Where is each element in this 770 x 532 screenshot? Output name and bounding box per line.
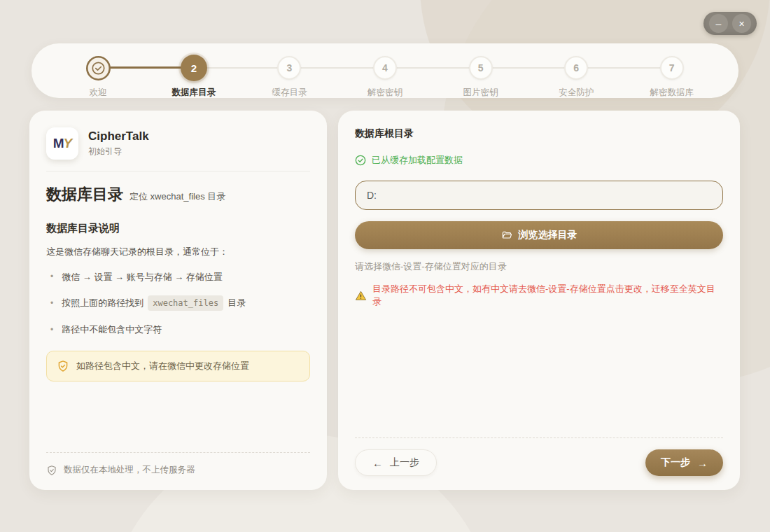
previous-button-label: 上一步 — [390, 456, 419, 469]
bullet-dot-icon: • — [50, 270, 53, 283]
check-circle-icon — [355, 155, 366, 166]
list-item-text: 按照上面的路径找到 — [62, 296, 144, 310]
warning-message: 目录路径不可包含中文，如有中文请去微信-设置-存储位置点击更改，迁移至全英文目录 — [355, 283, 723, 308]
status-message: 已从缓存加载配置数据 — [355, 154, 723, 167]
step-label: 欢迎 — [90, 87, 107, 99]
step-label: 解密数据库 — [650, 87, 694, 99]
step-number-badge: 4 — [373, 56, 397, 80]
previous-step-button[interactable]: ← 上一步 — [355, 449, 437, 476]
stepper-step-decrypt-key: 4 解密密钥 — [337, 53, 433, 99]
app-logo: MY — [46, 127, 78, 160]
bullet-dot-icon: • — [50, 323, 53, 336]
bullet-dot-icon: • — [50, 297, 53, 309]
stepper-step-welcome: 欢迎 — [50, 53, 146, 99]
section-title: 数据库目录说明 — [46, 222, 310, 235]
step-label: 图片密钥 — [463, 87, 498, 99]
app-header: MY CipherTalk 初始引导 — [46, 127, 310, 160]
browse-directory-button[interactable]: 浏览选择目录 — [355, 221, 723, 249]
logo-letter-y: Y — [64, 136, 72, 151]
next-button-label: 下一步 — [661, 456, 690, 469]
logo-letter-m: M — [53, 136, 64, 151]
step-number-badge: 7 — [660, 56, 684, 80]
warning-text: 目录路径不可包含中文，如有中文请去微信-设置-存储位置点击更改，迁移至全英文目录 — [372, 283, 723, 308]
note-callout: 如路径包含中文，请在微信中更改存储位置 — [46, 351, 310, 382]
browse-button-label: 浏览选择目录 — [519, 229, 578, 241]
divider — [46, 171, 310, 172]
list-item: • 微信 → 设置 → 账号与存储 → 存储位置 — [46, 270, 310, 284]
step-number-badge: 5 — [469, 56, 493, 80]
app-name: CipherTalk — [88, 130, 149, 144]
list-item: • 按照上面的路径找到 xwechat_files 目录 — [46, 295, 310, 311]
page-title-hint: 定位 xwechat_files 目录 — [130, 190, 225, 203]
list-item-text: 微信 → 设置 → 账号与存储 → 存储位置 — [62, 270, 223, 284]
minimize-icon: – — [716, 19, 722, 29]
folder-icon — [501, 230, 512, 241]
close-button[interactable]: × — [732, 14, 751, 33]
list-item: • 路径中不能包含中文字符 — [46, 323, 310, 337]
shield-check-icon — [57, 360, 69, 372]
step-label: 缓存目录 — [272, 87, 307, 99]
next-step-button[interactable]: 下一步 → — [645, 449, 723, 476]
step-number-badge: 6 — [564, 56, 588, 80]
stepper-step-decrypt-db: 7 解密数据库 — [624, 53, 720, 99]
instruction-list: • 微信 → 设置 → 账号与存储 → 存储位置 • 按照上面的路径找到 xwe… — [46, 270, 310, 337]
list-item-text: 路径中不能包含中文字符 — [62, 323, 162, 337]
form-panel: 数据库根目录 已从缓存加载配置数据 浏览选择目录 请选择微信-设置-存储位置对应… — [338, 111, 740, 490]
info-panel: MY CipherTalk 初始引导 数据库目录 定位 xwechat_file… — [29, 111, 327, 490]
step-label: 解密密钥 — [368, 87, 402, 99]
step-label: 数据库目录 — [172, 87, 216, 99]
wizard-stepper: 欢迎 2 数据库目录 3 缓存目录 4 解密密钥 5 图片密钥 6 安全防护 7… — [31, 43, 738, 98]
arrow-left-icon: ← — [372, 457, 383, 469]
step-label: 安全防护 — [559, 87, 594, 99]
privacy-footer: 数据仅在本地处理，不上传服务器 — [46, 452, 310, 476]
warning-triangle-icon — [355, 290, 367, 302]
wizard-nav-footer: ← 上一步 下一步 → — [355, 438, 723, 476]
step-number-badge: 2 — [181, 55, 207, 81]
app-subtitle: 初始引导 — [88, 146, 149, 158]
stepper-step-db-dir: 2 数据库目录 — [146, 53, 242, 99]
list-item-text: 目录 — [227, 296, 246, 310]
window-controls: – × — [704, 12, 757, 35]
status-text: 已从缓存加载配置数据 — [372, 154, 463, 167]
stepper-step-security: 6 安全防护 — [528, 53, 624, 99]
arrow-right-icon: → — [697, 457, 708, 469]
intro-text: 这是微信存储聊天记录的根目录，通常位于： — [46, 245, 310, 259]
step-number-badge: 3 — [277, 56, 301, 80]
stepper-step-cache-dir: 3 缓存目录 — [241, 53, 337, 99]
stepper-step-image-key: 5 图片密钥 — [433, 53, 528, 99]
privacy-text: 数据仅在本地处理，不上传服务器 — [64, 464, 195, 476]
form-title: 数据库根目录 — [355, 127, 723, 140]
directory-input[interactable] — [355, 181, 723, 210]
close-icon: × — [738, 19, 744, 29]
note-text: 如路径包含中文，请在微信中更改存储位置 — [76, 360, 249, 372]
minimize-button[interactable]: – — [709, 14, 728, 33]
step-done-check-icon — [85, 55, 111, 81]
page-title: 数据库目录 — [46, 184, 123, 205]
helper-text: 请选择微信-设置-存储位置对应的目录 — [355, 260, 723, 273]
shield-check-icon — [46, 465, 57, 476]
code-chip: xwechat_files — [148, 295, 223, 311]
